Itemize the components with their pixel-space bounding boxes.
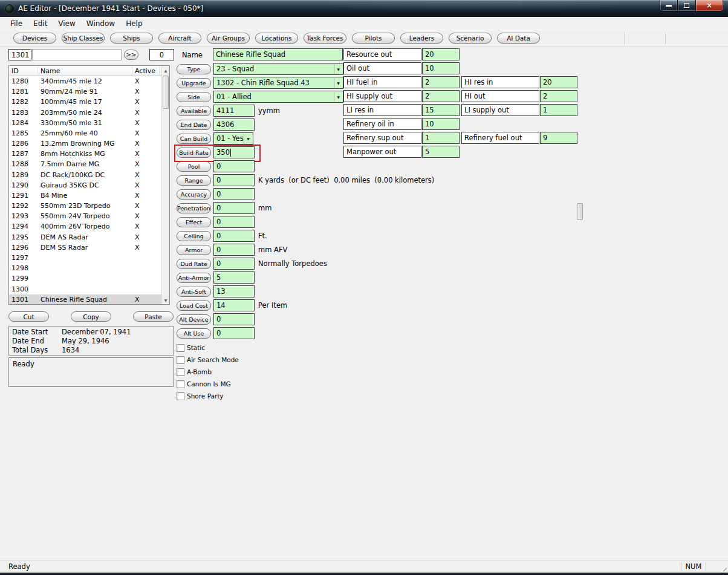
economy-value[interactable]: 10 [422,118,460,130]
record-id-field[interactable]: 1301 [8,49,31,60]
scrollbar-thumb[interactable] [163,76,169,109]
field[interactable]: 0 ▼ [213,258,255,270]
checkbox[interactable] [177,380,184,388]
table-row[interactable]: 1294 400mm 26V Torpedo X [9,221,161,232]
economy-value[interactable]: 5 [422,146,460,158]
field[interactable]: 0 ▼ [213,202,255,214]
field-label-button[interactable]: Range [177,175,211,186]
checkbox[interactable] [177,392,184,400]
field[interactable]: 0 ▼ [213,230,255,242]
field-label-button[interactable]: Available [177,106,211,116]
menu-item[interactable]: View [53,18,80,29]
table-row[interactable]: 1280 340mm/45 mle 12 X [9,76,161,86]
list-scrollbar[interactable]: ▲ ▼ [161,66,169,304]
field-label-button[interactable]: Accuracy [177,189,211,200]
copy-button[interactable]: Copy [71,311,111,322]
table-row[interactable]: 1289 DC Rack/100KG DC X [9,170,161,180]
toolbar-tab[interactable]: AI Data [497,33,540,44]
field-label-button[interactable]: Load Cost [177,300,211,311]
field[interactable]: 4306 ▼ [213,119,255,131]
column-header-name[interactable]: Name [38,66,132,76]
checkbox[interactable] [177,356,184,364]
economy-value[interactable]: 1 [422,132,460,144]
field[interactable]: 350 ▼ [213,146,255,158]
scroll-up-icon[interactable]: ▲ [162,66,169,74]
table-row[interactable]: 1288 7.5mm Darne MG X [9,159,161,169]
toolbar-tab[interactable]: Air Groups [207,33,250,44]
table-row[interactable]: 1292 550mm 23D Torpedo X [9,201,161,211]
economy-value[interactable]: 9 [540,132,577,144]
economy-value[interactable]: 2 [422,90,460,102]
field-label-button[interactable]: Pool [177,161,211,172]
field[interactable]: 0 ▼ [213,188,255,200]
field[interactable]: 14 ▼ [213,299,255,311]
field[interactable]: 13 ▼ [213,285,255,297]
dropdown-arrow-icon[interactable]: ▼ [244,134,252,143]
table-row[interactable]: 1300 [9,284,161,294]
field[interactable]: 0 ▼ [213,174,255,186]
table-row[interactable]: 1286 13.2mm Browning MG X [9,138,161,149]
menu-item[interactable]: File [5,18,28,29]
economy-value[interactable]: 15 [422,104,460,116]
table-row[interactable]: 1287 8mm Hotchkiss MG X [9,149,161,159]
field-label-button[interactable]: Can Build [177,134,211,144]
toolbar-tab[interactable]: Devices [13,33,56,44]
minimize-button[interactable] [660,0,678,11]
menu-item[interactable]: Help [120,18,148,29]
economy-value[interactable]: 20 [540,76,577,88]
toolbar-tab[interactable]: Leaders [400,33,443,44]
table-row[interactable]: 1293 550mm 24V Torpedo X [9,211,161,221]
checkbox-row[interactable]: Cannon Is MG [177,378,239,390]
scroll-down-icon[interactable]: ▼ [162,296,169,304]
toolbar-tab[interactable]: Ship Classes [62,33,105,44]
checkbox-row[interactable]: A-Bomb [177,366,239,378]
table-row[interactable]: 1296 DEM SS Radar X [9,242,161,253]
dropdown-arrow-icon[interactable]: ▼ [334,78,342,88]
paste-button[interactable]: Paste [133,311,174,322]
economy-value[interactable]: 10 [422,62,460,74]
table-row[interactable]: 1284 330mm/50 mle 31 X [9,118,161,128]
table-row[interactable]: 1299 [9,273,161,284]
field-label-button[interactable]: Type [177,64,211,74]
field[interactable]: 0 ▼ [213,244,255,256]
field[interactable]: 01 - Allied ▼ [213,91,343,103]
field-label-button[interactable]: Build Rate [177,148,211,158]
form-scrollbar-thumb[interactable] [577,203,583,220]
field-label-button[interactable]: Ceiling [177,231,211,241]
toolbar-tab[interactable]: Pilots [352,33,395,44]
checkbox[interactable] [177,344,184,352]
search-input[interactable] [32,49,122,60]
table-row[interactable]: 1301 Chinese Rifle Squad X [9,294,161,304]
table-row[interactable]: 1295 DEM AS Radar X [9,232,161,242]
table-row[interactable]: 1282 100mm/45 mle 17 X [9,97,161,107]
name-field[interactable]: Chinese Rifle Squad [213,48,343,60]
toolbar-tab[interactable]: Ships [110,33,153,44]
economy-value[interactable]: 2 [422,76,460,88]
cut-button[interactable]: Cut [8,311,49,322]
field[interactable]: 1302 - Chin Rifle Squad 43 ▼ [213,77,343,89]
economy-value[interactable]: 1 [540,104,577,116]
field[interactable]: 4111 ▼ [213,105,255,117]
table-row[interactable]: 1283 203mm/50 mle 24 X [9,108,161,118]
field[interactable]: 5 ▼ [213,271,255,284]
maximize-button[interactable] [678,0,695,11]
toolbar-tab[interactable]: Locations [255,33,298,44]
economy-value[interactable]: 2 [540,90,577,102]
table-row[interactable]: 1290 Guiraud 35KG DC X [9,180,161,190]
field[interactable]: 0 ▼ [213,216,255,228]
checkbox-row[interactable]: Shore Party [177,390,239,402]
close-button[interactable]: × [695,0,723,11]
toolbar-tab[interactable]: Task Forces [304,33,346,44]
table-row[interactable]: 1291 B4 Mine X [9,190,161,201]
field-label-button[interactable]: Alt Device [177,314,211,325]
field[interactable]: 01 - Yes ▼ [213,132,253,145]
go-button[interactable]: >> [124,50,138,60]
field[interactable]: 0 ▼ [213,327,255,339]
menu-item[interactable]: Window [81,18,120,29]
table-row[interactable]: 1285 25mm/60 mle 40 X [9,128,161,138]
field-label-button[interactable]: Anti-Soft [177,287,211,297]
checkbox[interactable] [177,368,184,376]
table-row[interactable]: 1281 90mm/24 mle 91 X [9,86,161,97]
field-label-button[interactable]: Penetration [177,203,211,213]
checkbox-row[interactable]: Static [177,342,239,354]
